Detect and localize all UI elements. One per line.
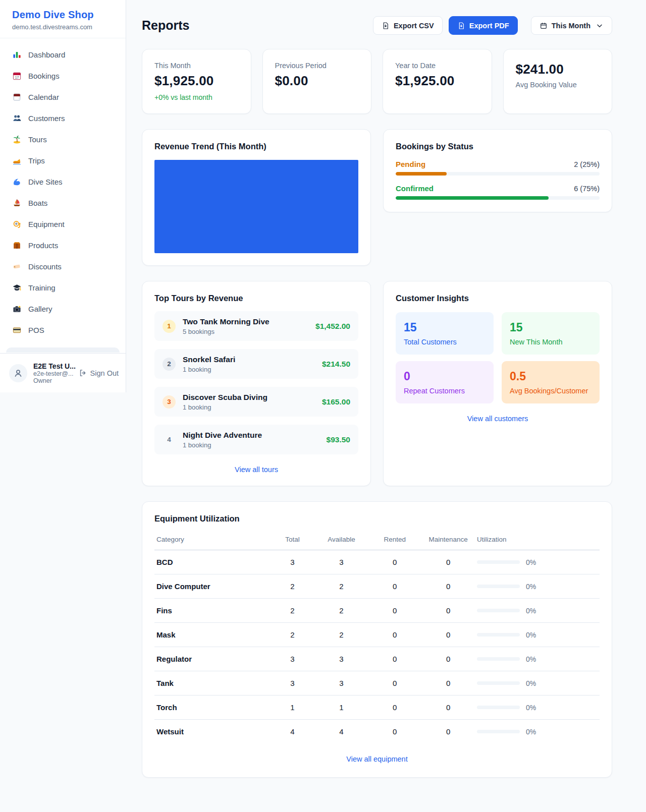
equipment-maintenance: 0 [421,647,475,671]
utilization-percent: 0% [526,558,536,566]
period-dropdown[interactable]: This Month [531,16,612,35]
equipment-category: BCD [154,550,270,574]
customer-insights-card: Customer Insights 15 Total Customers 15 … [383,281,612,486]
equipment-utilization-title: Equipment Utilization [154,514,600,524]
page-header: Reports Export CSV Export PDF This Month [142,16,612,35]
sidebar-item-dive-sites[interactable]: Dive Sites [6,172,120,191]
page-title: Reports [142,18,189,33]
package-icon [12,241,22,250]
equipment-available: 3 [315,671,368,695]
status-row-confirmed: Confirmed 6 (75%) [396,184,600,200]
user-name: E2E Test U... [33,362,73,370]
user-role: Owner [33,377,73,384]
equipment-available: 2 [315,599,368,623]
insight-grid: 15 Total Customers 15 New This Month 0 R… [396,312,600,403]
column-header: Maintenance [421,531,475,550]
app-root: Demo Dive Shop demo.test.divestreams.com… [0,0,646,812]
sidebar-item-label: Discounts [28,262,62,271]
sidebar-item-boats[interactable]: Boats [6,194,120,212]
utilization-track [477,560,520,564]
diving-mask-icon [12,219,22,229]
user-icon [13,368,24,379]
row-tours-insights: Top Tours by Revenue 1 Two Tank Morning … [142,281,612,486]
island-icon [12,135,22,144]
view-all-equipment-link[interactable]: View all equipment [154,755,600,763]
sidebar-item-partially-hidden[interactable] [6,347,120,353]
sidebar-item-customers[interactable]: Customers [6,109,120,128]
chevron-down-icon [596,22,604,30]
equipment-category: Regulator [154,647,270,671]
table-row: BCD 3 3 0 0 0% [154,550,600,574]
sidebar-item-equipment[interactable]: Equipment [6,215,120,234]
sidebar-item-discounts[interactable]: Discounts [6,257,120,276]
rank-badge: 4 [163,433,176,446]
insight-label: New This Month [510,338,591,346]
sidebar-item-gallery[interactable]: Gallery [6,300,120,318]
sidebar-item-dashboard[interactable]: Dashboard [6,45,120,64]
tour-row[interactable]: 3 Discover Scuba Diving1 booking $165.00 [154,387,358,417]
stat-value: $1,925.00 [154,73,239,89]
column-header: Available [315,531,368,550]
brand-domain: demo.test.divestreams.com [12,23,114,31]
utilization-percent: 0% [526,607,536,615]
header-actions: Export CSV Export PDF This Month [373,16,612,35]
equipment-rented: 0 [368,695,421,720]
tour-row[interactable]: 1 Two Tank Morning Dive5 bookings $1,452… [154,311,358,341]
utilization-percent: 0% [526,679,536,687]
insight-tile-avg-bookings: 0.5 Avg Bookings/Customer [502,361,600,403]
period-label: This Month [552,22,590,30]
rank-badge: 1 [163,320,176,333]
row-revenue-status: Revenue Trend (This Month) Bookings by S… [142,129,612,266]
stat-value: $241.00 [516,62,600,77]
sidebar-item-pos[interactable]: POS [6,321,120,339]
equipment-total: 1 [270,695,314,720]
stat-label: Year to Date [395,62,479,70]
sidebar-item-tours[interactable]: Tours [6,130,120,149]
tag-icon [12,262,22,271]
view-all-tours-link[interactable]: View all tours [154,466,358,474]
export-pdf-label: Export PDF [469,22,509,30]
tour-revenue: $93.50 [327,435,350,444]
sidebar-item-calendar[interactable]: Calendar [6,88,120,106]
calendar-17-icon [12,71,22,81]
tour-bookings: 5 bookings [183,328,308,335]
top-tours-title: Top Tours by Revenue [154,294,358,303]
revenue-trend-card: Revenue Trend (This Month) [142,129,371,266]
tour-name: Night Dive Adventure [183,431,319,440]
table-row: Regulator 3 3 0 0 0% [154,647,600,671]
logout-icon [79,369,87,377]
export-csv-button[interactable]: Export CSV [373,16,443,35]
tour-revenue: $1,452.00 [315,322,350,331]
speedboat-icon [12,156,22,165]
tour-row[interactable]: 4 Night Dive Adventure1 booking $93.50 [154,425,358,454]
table-row: Wetsuit 4 4 0 0 0% [154,720,600,744]
stat-card-previous-period: Previous Period $0.00 [262,49,372,114]
column-header: Category [154,531,270,550]
equipment-category: Torch [154,695,270,720]
equipment-rented: 0 [368,599,421,623]
tour-row[interactable]: 2 Snorkel Safari1 booking $214.50 [154,349,358,379]
sidebar-item-label: Dashboard [28,50,65,59]
document-download-icon [382,22,390,30]
column-header: Rented [368,531,421,550]
table-row: Tank 3 3 0 0 0% [154,671,600,695]
utilization-track [477,609,520,612]
view-all-customers-link[interactable]: View all customers [396,415,600,423]
column-header: Utilization [475,531,600,550]
sidebar-item-trips[interactable]: Trips [6,151,120,170]
equipment-utilization-card: Equipment Utilization Category Total Ava… [142,501,612,778]
insight-label: Avg Bookings/Customer [510,387,591,395]
equipment-total: 2 [270,623,314,647]
sidebar-item-bookings[interactable]: Bookings [6,67,120,85]
status-label: Pending [396,160,425,168]
equipment-available: 3 [315,647,368,671]
sign-out-button[interactable]: Sign Out [79,369,119,377]
sidebar-item-training[interactable]: Training [6,278,120,297]
sidebar-item-label: Products [28,241,58,250]
sidebar-item-label: Dive Sites [28,178,63,186]
export-pdf-button[interactable]: Export PDF [449,16,518,35]
table-row: Mask 2 2 0 0 0% [154,623,600,647]
sidebar-item-label: Tours [28,135,47,144]
sidebar-item-products[interactable]: Products [6,236,120,255]
utilization-track [477,657,520,661]
